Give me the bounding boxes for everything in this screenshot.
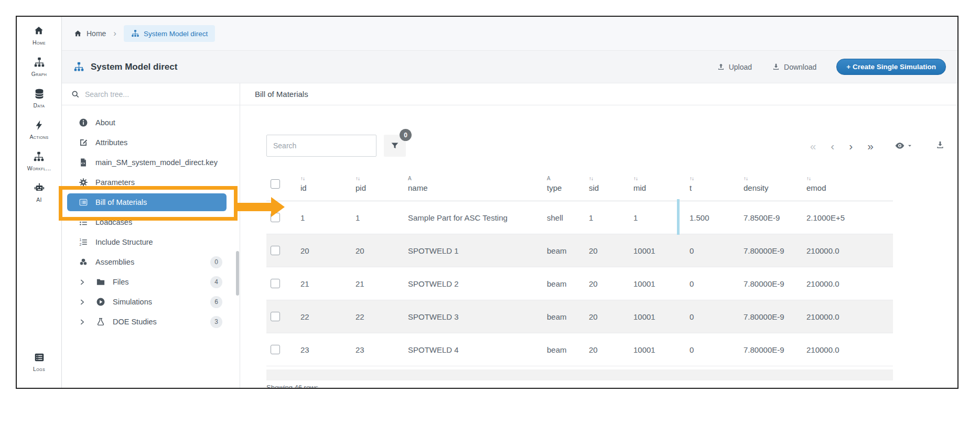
- chevron-right-icon[interactable]: [79, 299, 85, 306]
- pagination-next-button[interactable]: ›: [842, 140, 860, 151]
- column-header-t[interactable]: ↑↓t: [677, 176, 744, 192]
- tree-item-files[interactable]: Files 4: [67, 273, 227, 291]
- table-row[interactable]: 21 21 SPOTWELD 2 beam 20 10001 0 7.80000…: [266, 267, 893, 300]
- sort-icon: A: [408, 176, 547, 181]
- column-highlight-bar: [677, 199, 680, 235]
- column-header-emod[interactable]: ↑↓emod: [806, 176, 893, 192]
- tree-scrollbar-thumb[interactable]: [236, 251, 239, 296]
- tree-item-parameters[interactable]: Parameters: [67, 173, 227, 191]
- sitemap-icon: [73, 61, 84, 72]
- tree-item-loadcases[interactable]: Loadcases: [67, 213, 227, 231]
- tree-search-bar: [62, 83, 240, 105]
- tree-panel: About Attributes main_SM_system_model_di…: [62, 83, 240, 388]
- column-header-pid[interactable]: ↑↓pid: [356, 176, 408, 192]
- tree-item-badge: 0: [210, 256, 222, 268]
- upload-label: Upload: [729, 63, 752, 71]
- breadcrumb-home-label: Home: [87, 29, 106, 38]
- tree-item-key-file[interactable]: main_SM_system_model_direct.key: [67, 154, 227, 171]
- filter-button[interactable]: 0: [384, 135, 406, 157]
- rail-item-workflows[interactable]: Workfl...: [27, 151, 51, 171]
- table-search-input[interactable]: [266, 135, 376, 157]
- rail-label-logs: Logs: [33, 366, 45, 372]
- breadcrumb: Home › System Model direct: [62, 17, 957, 51]
- play-circle-icon: [96, 297, 105, 307]
- table-row[interactable]: 23 23 SPOTWELD 4 beam 20 10001 0 7.80000…: [266, 333, 893, 366]
- column-header-sid[interactable]: ↑↓sid: [589, 176, 633, 192]
- page-header-actions: Upload Download + Create Single Simulati…: [717, 59, 946, 75]
- breadcrumb-current[interactable]: System Model direct: [124, 25, 215, 42]
- column-header-mid[interactable]: ↑↓mid: [633, 176, 677, 192]
- chevron-right-icon[interactable]: [79, 319, 85, 325]
- column-header-name[interactable]: Aname: [408, 176, 547, 192]
- tree-item-assemblies[interactable]: Assemblies 0: [67, 253, 227, 271]
- table-row[interactable]: 22 22 SPOTWELD 3 beam 20 10001 0 7.80000…: [266, 300, 893, 333]
- breadcrumb-home[interactable]: Home: [73, 29, 106, 38]
- tree-item-doe-studies[interactable]: DOE Studies 3: [67, 313, 227, 331]
- tree-item-label: Bill of Materials: [95, 198, 147, 206]
- pagination-first-button[interactable]: «: [803, 140, 824, 151]
- cell-name: Sample Part for ASC Testing: [408, 213, 547, 222]
- cell-id: 23: [300, 345, 356, 354]
- pagination-prev-button[interactable]: ‹: [823, 140, 842, 151]
- icon-rail: Home Graph Data Actions Workfl... AI: [17, 17, 62, 388]
- rail-item-actions[interactable]: Actions: [29, 119, 48, 140]
- bill-of-materials-table: ↑↓id ↑↓pid Aname Atype ↑↓sid ↑↓mid ↑↓t ↑…: [266, 167, 893, 388]
- app-window: Home Graph Data Actions Workfl... AI: [16, 16, 959, 389]
- column-header-density[interactable]: ↑↓density: [744, 176, 806, 192]
- column-header-id[interactable]: ↑↓id: [300, 176, 356, 192]
- panel-title: Bill of Materials: [240, 83, 957, 105]
- table-row[interactable]: 20 20 SPOTWELD 1 beam 20 10001 0 7.80000…: [266, 234, 893, 267]
- column-header-type[interactable]: Atype: [547, 176, 589, 192]
- svg-text:1: 1: [80, 238, 82, 242]
- cell-type: beam: [547, 246, 589, 255]
- rail-item-logs[interactable]: Logs: [33, 352, 45, 372]
- cell-id: 1: [300, 213, 356, 222]
- rail-item-ai[interactable]: AI: [34, 182, 45, 203]
- tree-item-bill-of-materials[interactable]: Bill of Materials: [67, 193, 227, 211]
- pagination-last-button[interactable]: »: [860, 140, 881, 151]
- tree-item-simulations[interactable]: Simulations 6: [67, 293, 227, 311]
- sitemap-icon: [34, 57, 45, 68]
- cell-name: SPOTWELD 4: [408, 345, 547, 354]
- select-all-checkbox[interactable]: [271, 179, 280, 189]
- robot-icon: [34, 182, 45, 194]
- cell-pid: 23: [356, 345, 408, 354]
- eye-icon: [895, 140, 905, 151]
- cell-sid: 1: [589, 213, 633, 222]
- create-single-simulation-button[interactable]: + Create Single Simulation: [836, 59, 946, 75]
- assembly-icon: [79, 257, 88, 267]
- row-checkbox[interactable]: [271, 345, 280, 354]
- table-export-button[interactable]: [935, 140, 945, 151]
- info-icon: [79, 118, 88, 127]
- row-checkbox[interactable]: [271, 279, 280, 288]
- sort-icon: ↑↓: [356, 176, 408, 181]
- cell-sid: 20: [589, 312, 633, 321]
- column-visibility-button[interactable]: [895, 140, 912, 151]
- sort-icon: ↑↓: [744, 176, 806, 181]
- page-title: System Model direct: [73, 61, 177, 72]
- chevron-right-icon[interactable]: [79, 279, 85, 286]
- rail-label-data: Data: [34, 102, 45, 108]
- upload-button[interactable]: Upload: [717, 63, 752, 71]
- tree-item-about[interactable]: About: [67, 114, 227, 132]
- cell-pid: 20: [356, 246, 408, 255]
- cell-mid: 10001: [633, 279, 677, 288]
- row-checkbox[interactable]: [271, 246, 280, 255]
- flask-icon: [96, 317, 105, 326]
- download-button[interactable]: Download: [772, 63, 816, 71]
- tree-item-badge: 3: [210, 316, 222, 328]
- table-toolbar: 0 « ‹ › »: [266, 135, 946, 157]
- tree-item-include-structure[interactable]: 12 Include Structure: [67, 233, 227, 251]
- home-icon: [73, 29, 82, 38]
- row-checkbox[interactable]: [271, 213, 280, 222]
- rail-item-graph[interactable]: Graph: [31, 57, 47, 77]
- rail-item-home[interactable]: Home: [33, 25, 46, 46]
- rail-item-data[interactable]: Data: [34, 88, 45, 108]
- table-row[interactable]: 1 1 Sample Part for ASC Testing shell 1 …: [266, 201, 893, 234]
- cell-pid: 21: [356, 279, 408, 288]
- tree-item-label: main_SM_system_model_direct.key: [95, 158, 218, 167]
- row-checkbox[interactable]: [271, 312, 280, 321]
- tree-item-attributes[interactable]: Attributes: [67, 134, 227, 151]
- file-icon: [79, 158, 88, 167]
- tree-search-input[interactable]: [85, 90, 211, 99]
